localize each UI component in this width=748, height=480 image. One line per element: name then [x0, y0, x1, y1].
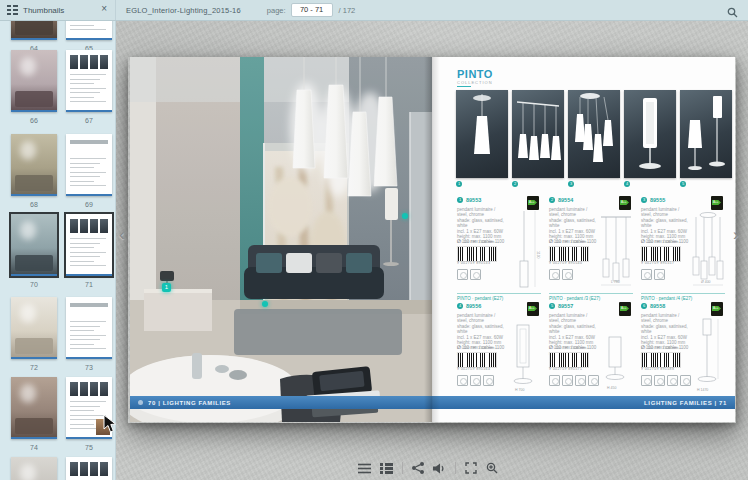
thumb-spec-line — [70, 339, 100, 340]
thumb-spec-header — [70, 303, 108, 307]
spec-text-line: pendant luminaire / steel, chrome — [549, 207, 599, 218]
svg-text:L 780: L 780 — [611, 280, 620, 284]
product-lamp-illustration — [680, 90, 732, 178]
spec-feature-icon — [457, 269, 468, 280]
spec-text-line: pendant luminaire / steel, chrome — [457, 313, 507, 324]
technical-drawing: Ø 400 — [691, 209, 725, 293]
thumb-spec-tile — [70, 219, 78, 233]
thumbnail-page-number: 68 — [11, 201, 57, 208]
thumbnail-page-number: 69 — [66, 201, 112, 208]
barcode-number: 9 002759 895588 — [641, 367, 674, 371]
thumbnail-page-73[interactable] — [66, 297, 112, 359]
spec-feature-icon — [575, 375, 586, 386]
technical-drawing: H 700 — [507, 315, 541, 399]
fullscreen-icon[interactable] — [465, 462, 477, 474]
thumbnail-page-69[interactable] — [66, 134, 112, 196]
thumb-spec-line — [70, 401, 106, 402]
technical-drawing: 1100 — [507, 209, 541, 293]
spec-number-badge: 1 — [457, 197, 463, 203]
share-icon[interactable] — [412, 462, 424, 474]
thumbnails-panel-title: Thumbnails — [23, 6, 64, 15]
thumbnail-page-67[interactable] — [66, 50, 112, 112]
product-lamp-illustration — [512, 90, 564, 178]
page-label: page: — [267, 6, 286, 15]
thumb-photo-highlight — [20, 464, 36, 480]
thumb-spec-tile — [100, 462, 108, 476]
product-hotspot-1[interactable]: 1 — [162, 283, 171, 292]
spec-feature-icon — [667, 375, 678, 386]
spec-dimension-note: LT: 110 / H: 1100 mm — [457, 345, 494, 350]
thumb-spec-line — [70, 252, 106, 253]
spec-icon-row — [549, 269, 573, 280]
page-number-input[interactable]: 70 - 71 — [291, 3, 333, 17]
thumb-photo-furniture — [15, 20, 54, 35]
spec-block-89553: 1 89553 A++ pendant luminaire / steel, c… — [457, 197, 541, 303]
barcode — [457, 246, 497, 262]
previous-page-chevron[interactable]: ‹ — [119, 226, 125, 244]
product-image-5[interactable] — [680, 90, 732, 178]
thumbnail-page-66[interactable] — [11, 50, 57, 112]
thumbnail-page-75[interactable] — [66, 377, 112, 439]
product-hotspot[interactable] — [262, 301, 268, 307]
barcode-number: 9 002759 895571 — [549, 367, 582, 371]
thumb-footer-strip — [66, 437, 112, 439]
product-image-1[interactable] — [456, 90, 508, 178]
thumbnail-page-76[interactable] — [11, 457, 57, 480]
spec-text-line: pendant luminaire / steel, chrome — [641, 313, 691, 324]
spec-icon-row — [457, 375, 494, 386]
thumb-photo-furniture — [15, 338, 54, 354]
thumb-spec-tile — [80, 55, 88, 69]
thumb-spec-line — [70, 172, 106, 173]
spec-article-number: 89557 — [558, 303, 573, 309]
thumb-footer-strip — [66, 194, 112, 196]
product-hotspot[interactable] — [402, 213, 408, 219]
spec-feature-icon — [483, 375, 494, 386]
thumb-photo-furniture — [15, 418, 54, 434]
spec-article-number: 89553 — [466, 197, 481, 203]
collection-subtitle: COLLECTION — [457, 80, 493, 85]
thumbnail-page-77[interactable] — [66, 457, 112, 480]
thumbnail-page-71[interactable] — [66, 214, 112, 276]
energy-label-icon: A++ — [527, 196, 539, 210]
spec-icon-row — [457, 269, 481, 280]
close-thumbnails-icon[interactable]: × — [101, 2, 107, 16]
thumb-spec-line — [70, 335, 106, 336]
thumbnail-page-68[interactable] — [11, 134, 57, 196]
product-image-4[interactable] — [624, 90, 676, 178]
technical-drawing: H 1470 — [691, 315, 725, 399]
thumbnail-view-icon[interactable] — [380, 463, 393, 474]
thumb-spec-line — [70, 348, 106, 349]
thumbnail-page-65[interactable] — [66, 20, 112, 40]
technical-drawing: H 450 — [599, 315, 633, 399]
subtitle-underline — [457, 86, 471, 87]
product-number-badge: 5 — [680, 181, 686, 187]
thumb-spec-tile — [90, 382, 98, 396]
spec-text-line: shade: glass, satinised, white — [457, 218, 507, 229]
spec-product-name: PINTO · pendant (E27) — [457, 293, 541, 301]
product-image-3[interactable] — [568, 90, 620, 178]
thumbnail-page-74[interactable] — [11, 377, 57, 439]
thumb-photo-highlight — [20, 221, 36, 240]
spec-feature-icon — [549, 375, 560, 386]
thumb-spec-line — [70, 83, 94, 84]
toolbar-divider — [402, 462, 403, 474]
spec-feature-icon — [562, 375, 573, 386]
next-page-chevron[interactable]: › — [733, 226, 739, 244]
thumbnail-page-64[interactable] — [11, 20, 57, 40]
footer-dot-icon — [138, 400, 143, 405]
product-image-2[interactable] — [512, 90, 564, 178]
thumbnail-page-72[interactable] — [11, 297, 57, 359]
thumb-spec-line — [70, 158, 106, 159]
sound-icon[interactable] — [433, 463, 446, 474]
spec-icon-row — [549, 375, 599, 386]
zoom-icon[interactable] — [486, 462, 498, 474]
thumbnails-sidebar: 646566676869707172737475 — [0, 20, 116, 480]
search-icon[interactable] — [727, 4, 738, 22]
barcode — [641, 352, 681, 368]
thumb-footer-strip — [11, 274, 57, 276]
barcode-number: 9 002759 895557 — [641, 261, 674, 265]
energy-label-icon: A++ — [711, 302, 723, 316]
thumbnail-page-70[interactable] — [11, 214, 57, 276]
thumb-spec-tile — [90, 219, 98, 233]
single-page-view-icon[interactable] — [358, 463, 371, 474]
